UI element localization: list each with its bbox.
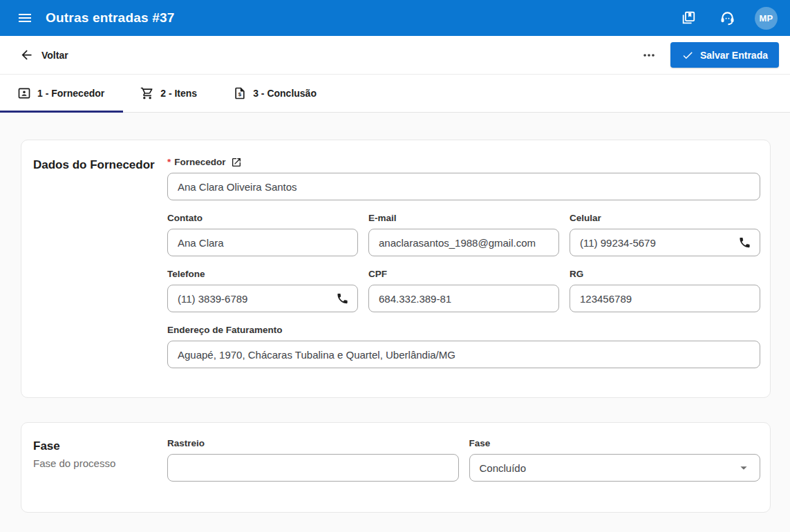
fase-card-subtitle: Fase do processo xyxy=(33,457,156,469)
fornecedor-input[interactable] xyxy=(167,173,760,200)
telefone-label: Telefone xyxy=(167,267,358,281)
hamburger-menu-button[interactable] xyxy=(14,7,36,29)
tab-conclusao[interactable]: $ 3 - Conclusão xyxy=(216,75,335,112)
fase-label: Fase xyxy=(469,437,761,450)
main-content: Dados do Fornecedor * Fornecedor Con xyxy=(0,113,790,513)
rastreio-label: Rastreio xyxy=(167,437,459,450)
phone-icon xyxy=(336,292,349,305)
field-fornecedor: * Fornecedor xyxy=(167,155,760,200)
back-label: Voltar xyxy=(41,50,68,61)
open-supplier-button[interactable] xyxy=(231,157,242,168)
endereco-input[interactable] xyxy=(167,341,760,368)
supplier-card-title: Dados do Fornecedor xyxy=(33,155,156,175)
fase-card-fields: Rastreio Fase Concluído xyxy=(167,423,770,512)
contato-input[interactable] xyxy=(167,229,358,256)
tab-fornecedor[interactable]: 1 - Fornecedor xyxy=(0,75,123,112)
user-avatar[interactable]: MP xyxy=(755,7,778,30)
email-input[interactable] xyxy=(368,229,559,256)
rg-label: RG xyxy=(570,267,760,281)
cpf-label: CPF xyxy=(368,267,559,281)
celular-input[interactable] xyxy=(570,229,760,256)
field-contato: Contato xyxy=(167,211,358,256)
check-icon xyxy=(681,49,694,61)
bookmark-icon xyxy=(681,10,696,26)
field-celular: Celular xyxy=(570,211,760,256)
supplier-card: Dados do Fornecedor * Fornecedor Con xyxy=(21,140,771,398)
phone-icon xyxy=(738,236,751,249)
save-entry-label: Salvar Entrada xyxy=(700,50,768,61)
fornecedor-label: * Fornecedor xyxy=(167,155,760,169)
open-in-new-icon xyxy=(231,157,242,168)
menu-icon xyxy=(17,10,33,26)
page: Outras entradas #37 MP Voltar xyxy=(0,0,790,532)
required-asterisk: * xyxy=(167,155,171,169)
more-options-button[interactable] xyxy=(636,42,662,68)
tab-label: 3 - Conclusão xyxy=(253,88,317,99)
contato-label: Contato xyxy=(167,211,358,225)
fase-select-value: Concluído xyxy=(480,462,527,474)
field-fase: Fase Concluído xyxy=(469,437,761,482)
tab-label: 2 - Itens xyxy=(160,88,197,99)
field-row-fase: Rastreio Fase Concluído xyxy=(167,437,760,482)
page-title: Outras entradas #37 xyxy=(46,10,175,26)
cart-icon xyxy=(140,86,154,100)
contact-card-icon xyxy=(17,86,31,100)
supplier-card-fields: * Fornecedor Contato E-mail xyxy=(167,140,770,397)
save-entry-button[interactable]: Salvar Entrada xyxy=(670,42,779,68)
field-rg: RG xyxy=(570,267,760,312)
field-email: E-mail xyxy=(368,211,559,256)
email-label: E-mail xyxy=(368,211,559,225)
rg-input[interactable] xyxy=(570,285,760,312)
svg-text:$: $ xyxy=(238,91,242,97)
cpf-input[interactable] xyxy=(368,285,559,312)
back-arrow-icon xyxy=(19,48,34,62)
field-cpf: CPF xyxy=(368,267,559,312)
rastreio-input[interactable] xyxy=(167,454,459,482)
tab-itens[interactable]: 2 - Itens xyxy=(123,75,216,112)
fase-card: Fase Fase do processo Rastreio Fase Conc… xyxy=(21,422,771,513)
fase-select[interactable]: Concluído xyxy=(469,454,761,482)
field-row-documents: Telefone CPF RG xyxy=(167,267,760,312)
invoice-icon: $ xyxy=(233,86,247,100)
support-button[interactable] xyxy=(713,6,742,30)
fase-card-title: Fase xyxy=(33,437,156,456)
telefone-input[interactable] xyxy=(167,285,358,312)
toolbar: Voltar Salvar Entrada xyxy=(0,36,790,75)
field-endereco: Endereço de Faturamento xyxy=(167,323,760,368)
supplier-card-header: Dados do Fornecedor xyxy=(21,140,167,397)
more-options-icon xyxy=(641,48,657,63)
celular-label: Celular xyxy=(570,211,760,225)
field-telefone: Telefone xyxy=(167,267,358,312)
back-button[interactable]: Voltar xyxy=(19,48,68,62)
tab-label: 1 - Fornecedor xyxy=(37,88,104,99)
field-rastreio: Rastreio xyxy=(167,437,459,482)
support-icon xyxy=(720,10,735,26)
field-row-contact: Contato E-mail Celular xyxy=(167,211,760,256)
endereco-label: Endereço de Faturamento xyxy=(167,323,760,336)
bookmarks-button[interactable] xyxy=(674,6,703,30)
step-tabs: 1 - Fornecedor 2 - Itens $ 3 - Conclusão xyxy=(0,75,790,113)
fase-card-header: Fase Fase do processo xyxy=(21,423,167,512)
app-bar: Outras entradas #37 MP xyxy=(0,0,790,36)
dropdown-arrow-icon xyxy=(736,460,751,475)
